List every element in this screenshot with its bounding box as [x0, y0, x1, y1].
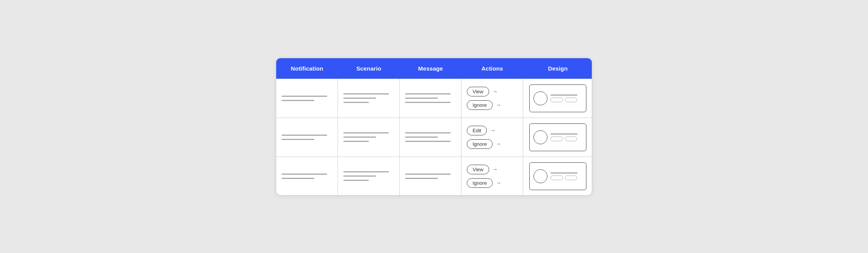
- text-line: [282, 178, 314, 179]
- text-line: [405, 137, 438, 138]
- design-pills: [551, 175, 582, 180]
- avatar: [534, 91, 547, 105]
- text-line: [405, 178, 438, 179]
- design-line: [551, 94, 578, 96]
- design-pill: [551, 137, 563, 141]
- header-actions: Actions: [461, 58, 523, 79]
- header-notification: Notification: [276, 58, 338, 79]
- view-button[interactable]: View: [467, 87, 489, 96]
- scenario-cell: [338, 118, 400, 157]
- design-card: [529, 123, 586, 151]
- message-cell: [400, 157, 461, 195]
- ignore-button[interactable]: Ignore: [467, 178, 493, 188]
- design-pill: [565, 98, 577, 102]
- text-line: [405, 102, 451, 103]
- action-row: Ignore →: [467, 139, 517, 149]
- text-line: [282, 96, 327, 97]
- ignore-button[interactable]: Ignore: [467, 139, 493, 149]
- design-card: [529, 84, 586, 112]
- text-line: [343, 141, 369, 142]
- header-message: Message: [400, 58, 461, 79]
- message-cell: [400, 118, 461, 157]
- design-cell: [523, 79, 592, 118]
- notification-cell: [276, 157, 338, 195]
- arrow-icon: →: [492, 166, 498, 172]
- text-line: [405, 98, 438, 99]
- arrow-icon: →: [496, 102, 501, 108]
- message-cell: [400, 79, 461, 118]
- actions-cell: Edit → Ignore →: [461, 118, 523, 157]
- action-row: Ignore →: [467, 100, 517, 110]
- ignore-button[interactable]: Ignore: [467, 100, 493, 110]
- actions-cell: View → Ignore →: [461, 79, 523, 118]
- action-row: Edit →: [467, 126, 517, 135]
- design-line: [551, 172, 578, 174]
- header-design: Design: [523, 58, 592, 79]
- table-header: Notification Scenario Message Actions De…: [276, 58, 592, 79]
- notification-cell: [276, 118, 338, 157]
- text-line: [405, 132, 451, 133]
- text-line: [343, 93, 389, 94]
- design-lines: [551, 94, 582, 102]
- design-cell: [523, 118, 592, 157]
- arrow-icon: →: [490, 127, 495, 133]
- avatar: [534, 130, 547, 144]
- text-line: [282, 135, 327, 136]
- design-lines: [551, 172, 582, 180]
- actions-cell: View → Ignore →: [461, 157, 523, 195]
- text-line: [282, 174, 327, 175]
- scenario-cell: [338, 79, 400, 118]
- design-line: [551, 133, 578, 135]
- design-pill: [565, 137, 577, 141]
- avatar: [534, 169, 547, 183]
- notification-cell: [276, 79, 338, 118]
- text-line: [405, 174, 451, 175]
- arrow-icon: →: [496, 180, 501, 186]
- view-button[interactable]: View: [467, 165, 489, 174]
- scenario-cell: [338, 157, 400, 195]
- edit-button[interactable]: Edit: [467, 126, 487, 135]
- design-card: [529, 162, 586, 190]
- design-pill: [551, 175, 563, 180]
- action-row: View →: [467, 165, 517, 174]
- text-line: [282, 100, 314, 101]
- action-row: Ignore →: [467, 178, 517, 188]
- table-row: View → Ignore →: [276, 157, 592, 195]
- action-row: View →: [467, 87, 517, 96]
- text-line: [405, 93, 451, 94]
- table-row: View → Ignore →: [276, 79, 592, 118]
- table-container: Notification Scenario Message Actions De…: [276, 58, 592, 196]
- design-pills: [551, 137, 582, 141]
- text-line: [343, 171, 389, 172]
- arrow-icon: →: [496, 141, 501, 147]
- text-line: [405, 141, 451, 142]
- table-body: View → Ignore →: [276, 79, 592, 195]
- table-row: Edit → Ignore →: [276, 118, 592, 157]
- text-line: [282, 139, 314, 140]
- text-line: [343, 137, 376, 138]
- text-line: [343, 180, 369, 181]
- header-scenario: Scenario: [338, 58, 400, 79]
- design-lines: [551, 133, 582, 141]
- design-cell: [523, 157, 592, 195]
- text-line: [343, 102, 369, 103]
- text-line: [343, 175, 376, 177]
- text-line: [343, 98, 376, 99]
- text-line: [343, 132, 389, 133]
- arrow-icon: →: [492, 88, 498, 94]
- design-pill: [551, 98, 563, 102]
- design-pills: [551, 98, 582, 102]
- design-pill: [565, 175, 577, 180]
